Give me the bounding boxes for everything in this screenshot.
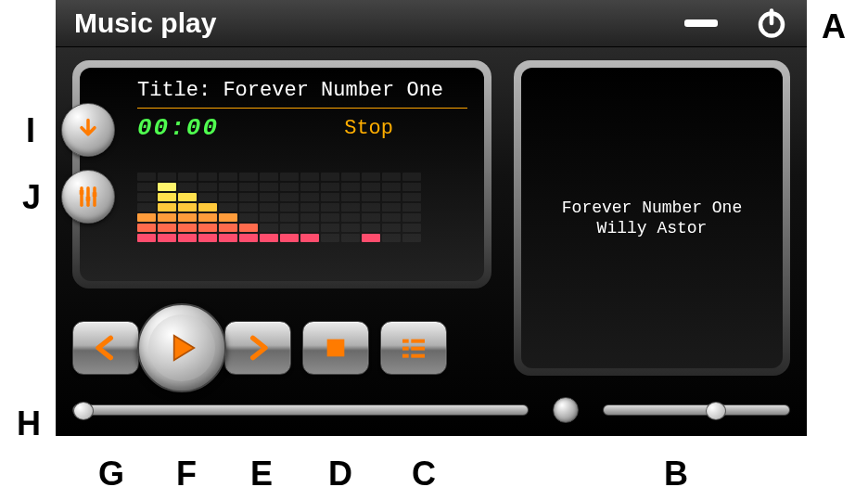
next-icon [243, 333, 273, 363]
label-B: B [664, 455, 688, 494]
list-icon [399, 333, 428, 363]
svg-rect-12 [411, 347, 425, 351]
eq-column [137, 173, 156, 242]
app-title: Music play [74, 7, 684, 39]
eq-column [280, 173, 299, 242]
progress-thumb[interactable] [73, 402, 94, 420]
download-arrow-icon [75, 117, 101, 143]
eq-column [382, 173, 401, 242]
elapsed-time: 00:00 [137, 114, 344, 142]
previous-button[interactable] [72, 321, 139, 375]
eq-column [300, 173, 319, 242]
volume-slider[interactable] [603, 404, 790, 416]
playlist-track: Forever Number One [562, 199, 742, 217]
transport-controls [72, 303, 447, 392]
track-title-row: Title: Forever Number One [137, 79, 467, 108]
music-player-window: Music play [56, 0, 807, 436]
label-C: C [412, 455, 436, 494]
eq-column [239, 173, 258, 242]
svg-rect-8 [327, 340, 345, 357]
playlist-artist: Willy Astor [597, 219, 708, 237]
eq-column [219, 173, 237, 242]
svg-rect-5 [86, 197, 91, 201]
playlist-panel: Forever Number One Willy Astor [514, 60, 790, 376]
now-playing-panel: Title: Forever Number One 00:00 Stop [72, 60, 491, 288]
eq-column [198, 173, 217, 242]
label-F: F [176, 455, 197, 494]
play-button[interactable] [137, 303, 226, 392]
playback-status: Stop [344, 117, 393, 140]
equalizer-visualizer [137, 159, 467, 242]
side-buttons [61, 103, 115, 224]
svg-rect-10 [411, 340, 425, 343]
svg-rect-14 [411, 354, 425, 358]
label-E: E [250, 455, 273, 494]
track-title: Forever Number One [223, 79, 443, 102]
svg-rect-9 [402, 340, 409, 343]
stop-button[interactable] [302, 321, 369, 375]
download-button[interactable] [61, 103, 115, 157]
now-playing-display: Title: Forever Number One 00:00 Stop [80, 68, 484, 281]
label-I: I [26, 111, 35, 150]
equalizer-sliders-icon [75, 184, 101, 210]
volume-thumb[interactable] [706, 402, 726, 420]
previous-icon [91, 333, 121, 363]
label-G: G [98, 455, 124, 494]
power-button[interactable] [755, 6, 788, 40]
label-J: J [22, 178, 41, 217]
eq-column [158, 173, 176, 242]
equalizer-button[interactable] [61, 170, 115, 224]
content-area: Title: Forever Number One 00:00 Stop For… [56, 47, 807, 437]
play-icon [163, 329, 200, 366]
svg-rect-7 [93, 192, 97, 197]
label-D: D [328, 455, 352, 494]
time-status-row: 00:00 Stop [137, 114, 467, 142]
label-H: H [17, 404, 41, 443]
progress-slider[interactable] [72, 404, 529, 416]
speaker-icon [553, 397, 579, 423]
stop-icon [321, 333, 351, 363]
next-button[interactable] [224, 321, 291, 375]
slider-row [72, 396, 790, 424]
eq-column [341, 173, 360, 242]
eq-column [178, 173, 197, 242]
eq-column [260, 173, 278, 242]
divider [137, 108, 467, 109]
svg-rect-11 [402, 347, 409, 351]
eq-column [402, 173, 421, 242]
eq-column [362, 173, 380, 242]
svg-rect-3 [80, 190, 84, 195]
svg-rect-13 [402, 354, 409, 358]
playlist-display: Forever Number One Willy Astor [521, 68, 783, 368]
playlist-button[interactable] [380, 321, 447, 375]
title-bar: Music play [56, 0, 807, 47]
eq-column [321, 173, 339, 242]
title-prefix: Title: [137, 79, 223, 102]
minimize-button[interactable] [684, 19, 718, 27]
label-A: A [822, 7, 846, 46]
power-icon [755, 6, 788, 40]
